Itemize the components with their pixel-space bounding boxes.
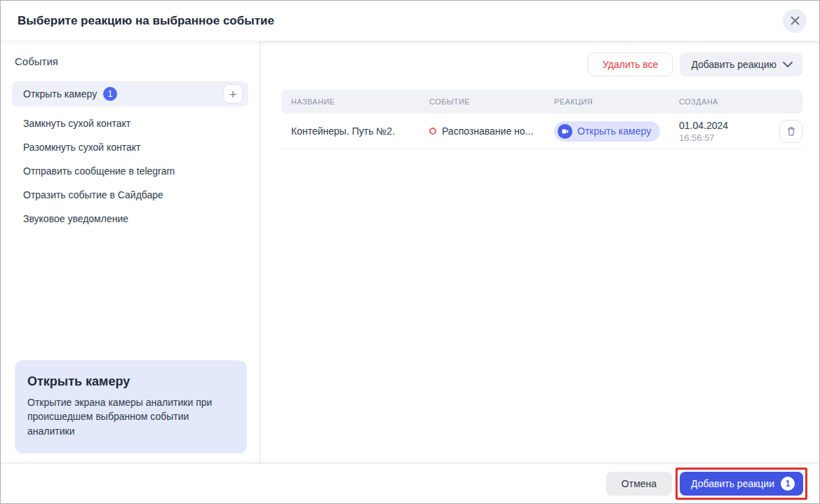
- table-row: Контейнеры. Путь №2. Распознавание но...: [281, 114, 802, 149]
- column-header-created: СОЗДАНА: [669, 97, 772, 106]
- dialog-title: Выберите реакцию на выбранное событие: [18, 14, 783, 28]
- dialog-body: События Открыть камеру 1 + Замкнуть сухо…: [1, 41, 819, 463]
- plus-icon: +: [229, 88, 236, 101]
- reactions-pane: Удалить все Добавить реакцию НАЗВАНИЕ СО…: [260, 41, 819, 463]
- sidebar-item-telegram-message[interactable]: Отправить сообщение в telegram: [12, 159, 248, 183]
- cancel-button[interactable]: Отмена: [606, 472, 672, 496]
- dialog-footer: Отмена Добавить реакции 1: [1, 463, 819, 503]
- column-header-reaction: РЕАКЦИЯ: [544, 97, 669, 106]
- reaction-chip: Открыть камеру: [554, 121, 660, 142]
- delete-all-button[interactable]: Удалить все: [588, 53, 673, 76]
- sidebar-item-open-dry-contact[interactable]: Разомкнуть сухой контакт: [12, 135, 248, 159]
- sidebar-item-label: Отправить сообщение в telegram: [23, 165, 175, 177]
- sidebar-item-label: Отразить событие в Сайдбаре: [23, 189, 163, 200]
- trash-icon: [786, 126, 796, 137]
- event-status-dot-icon: [429, 128, 436, 135]
- column-header-name: НАЗВАНИЕ: [281, 97, 419, 106]
- submit-label: Добавить реакции: [691, 478, 774, 489]
- column-header-event: СОБЫТИЕ: [419, 97, 544, 106]
- sidebar-item-label: Открыть камеру: [23, 88, 97, 100]
- sidebar-item-close-dry-contact[interactable]: Замкнуть сухой контакт: [12, 111, 248, 135]
- add-reactions-submit-button[interactable]: Добавить реакции 1: [680, 472, 803, 496]
- sidebar-item-label: Разомкнуть сухой контакт: [23, 142, 141, 153]
- sidebar-item-sidebar-event[interactable]: Отразить событие в Сайдбаре: [12, 183, 248, 207]
- selected-event-info-box: Открыть камеру Открытие экрана камеры ан…: [15, 360, 247, 454]
- table-header-row: НАЗВАНИЕ СОБЫТИЕ РЕАКЦИЯ СОЗДАНА: [281, 90, 802, 114]
- reaction-chip-label: Открыть камеру: [577, 125, 651, 137]
- events-sidebar: События Открыть камеру 1 + Замкнуть сухо…: [1, 41, 260, 463]
- reactions-table: НАЗВАНИЕ СОБЫТИЕ РЕАКЦИЯ СОЗДАНА Контейн…: [281, 90, 802, 149]
- add-plus-button[interactable]: +: [223, 84, 243, 104]
- sidebar-item-label: Замкнуть сухой контакт: [23, 118, 130, 129]
- dialog-header: Выберите реакцию на выбранное событие: [1, 1, 819, 41]
- chevron-down-icon: [783, 62, 793, 67]
- close-icon: [791, 16, 800, 25]
- created-time: 16:56:57: [679, 132, 772, 143]
- reaction-dialog: Выберите реакцию на выбранное событие Со…: [0, 0, 820, 504]
- count-badge: 1: [103, 87, 117, 101]
- cell-name: Контейнеры. Путь №2.: [281, 125, 419, 137]
- created-date: 01.04.2024: [679, 120, 772, 131]
- sidebar-item-open-camera[interactable]: Открыть камеру 1 +: [12, 81, 248, 107]
- cell-event: Распознавание но...: [419, 125, 544, 137]
- sidebar-item-label: Звуковое уведомление: [23, 213, 128, 224]
- sidebar-item-sound-notification[interactable]: Звуковое уведомление: [12, 207, 248, 231]
- sidebar-title: События: [15, 55, 260, 67]
- cell-reaction: Открыть камеру: [544, 121, 669, 142]
- info-box-title: Открыть камеру: [27, 374, 234, 389]
- info-box-description: Открытие экрана камеры аналитики при про…: [27, 395, 234, 438]
- add-reaction-dropdown-button[interactable]: Добавить реакцию: [680, 53, 802, 76]
- close-button[interactable]: [783, 9, 807, 33]
- highlight-annotation-rect: Добавить реакции 1: [676, 468, 807, 500]
- camera-icon: [558, 124, 572, 139]
- cell-created: 01.04.2024 16:56:57: [669, 120, 772, 143]
- event-label: Распознавание но...: [442, 125, 533, 137]
- submit-count-badge: 1: [781, 477, 795, 491]
- delete-row-button[interactable]: [779, 120, 802, 143]
- reactions-toolbar: Удалить все Добавить реакцию: [260, 46, 819, 76]
- add-reaction-dropdown-label: Добавить реакцию: [691, 59, 777, 70]
